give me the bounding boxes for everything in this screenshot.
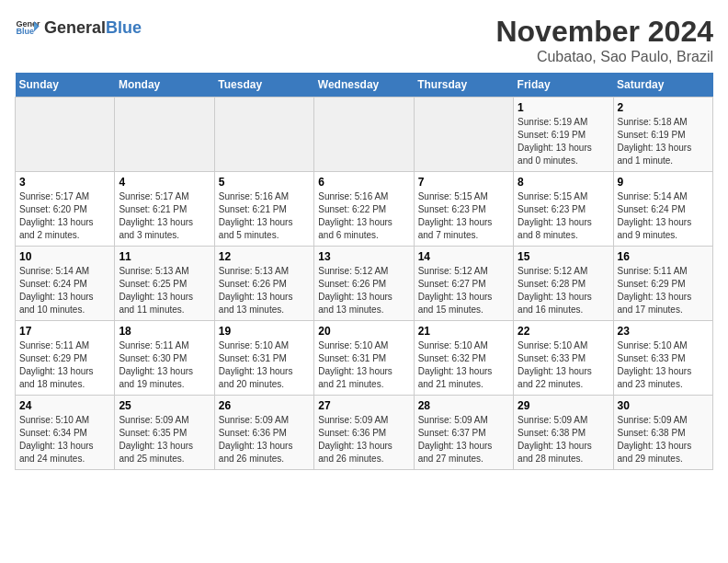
calendar-cell: 11Sunrise: 5:13 AM Sunset: 6:25 PM Dayli… <box>115 247 214 321</box>
calendar-cell: 13Sunrise: 5:12 AM Sunset: 6:26 PM Dayli… <box>314 247 414 321</box>
day-number: 13 <box>318 250 409 263</box>
day-info: Sunrise: 5:16 AM Sunset: 6:21 PM Dayligh… <box>219 190 310 242</box>
calendar-cell: 16Sunrise: 5:11 AM Sunset: 6:29 PM Dayli… <box>613 247 712 321</box>
calendar-cell: 12Sunrise: 5:13 AM Sunset: 6:26 PM Dayli… <box>214 247 313 321</box>
day-number: 5 <box>219 176 310 189</box>
logo-general: General <box>44 18 106 37</box>
day-info: Sunrise: 5:09 AM Sunset: 6:38 PM Dayligh… <box>518 414 609 465</box>
calendar-cell: 23Sunrise: 5:10 AM Sunset: 6:33 PM Dayli… <box>613 321 712 396</box>
day-info: Sunrise: 5:14 AM Sunset: 6:24 PM Dayligh… <box>19 265 110 316</box>
day-info: Sunrise: 5:09 AM Sunset: 6:35 PM Dayligh… <box>119 414 210 465</box>
day-number: 28 <box>418 399 509 412</box>
week-row-1: 3Sunrise: 5:17 AM Sunset: 6:20 PM Daylig… <box>16 172 713 247</box>
calendar-cell: 5Sunrise: 5:16 AM Sunset: 6:21 PM Daylig… <box>214 172 313 247</box>
day-number: 19 <box>219 325 310 338</box>
day-info: Sunrise: 5:12 AM Sunset: 6:28 PM Dayligh… <box>518 265 609 316</box>
day-info: Sunrise: 5:09 AM Sunset: 6:36 PM Dayligh… <box>318 414 409 465</box>
day-info: Sunrise: 5:15 AM Sunset: 6:23 PM Dayligh… <box>418 190 509 242</box>
day-number: 27 <box>318 399 409 412</box>
logo: General Blue GeneralBlue <box>15 15 142 40</box>
calendar-cell <box>16 98 115 172</box>
calendar-cell: 19Sunrise: 5:10 AM Sunset: 6:31 PM Dayli… <box>214 321 313 396</box>
location-title: Cubatao, Sao Paulo, Brazil <box>495 49 713 65</box>
day-number: 22 <box>518 325 609 338</box>
header: General Blue GeneralBlue November 2024 C… <box>15 15 713 65</box>
calendar-table: SundayMondayTuesdayWednesdayThursdayFrid… <box>15 73 713 470</box>
day-info: Sunrise: 5:09 AM Sunset: 6:37 PM Dayligh… <box>418 414 509 465</box>
day-number: 14 <box>418 250 509 263</box>
calendar-cell: 26Sunrise: 5:09 AM Sunset: 6:36 PM Dayli… <box>214 396 313 470</box>
calendar-cell: 22Sunrise: 5:10 AM Sunset: 6:33 PM Dayli… <box>514 321 613 396</box>
day-info: Sunrise: 5:16 AM Sunset: 6:22 PM Dayligh… <box>318 190 409 242</box>
week-row-2: 10Sunrise: 5:14 AM Sunset: 6:24 PM Dayli… <box>16 247 713 321</box>
day-info: Sunrise: 5:10 AM Sunset: 6:33 PM Dayligh… <box>518 339 609 391</box>
day-number: 26 <box>219 399 310 412</box>
calendar-cell: 4Sunrise: 5:17 AM Sunset: 6:21 PM Daylig… <box>115 172 214 247</box>
day-number: 23 <box>618 325 709 338</box>
day-number: 24 <box>19 399 110 412</box>
weekday-header-tuesday: Tuesday <box>214 73 313 98</box>
day-number: 2 <box>618 101 709 114</box>
weekday-header-wednesday: Wednesday <box>314 73 414 98</box>
day-number: 18 <box>119 325 210 338</box>
day-number: 1 <box>518 101 609 114</box>
calendar-cell: 25Sunrise: 5:09 AM Sunset: 6:35 PM Dayli… <box>115 396 214 470</box>
calendar-cell: 17Sunrise: 5:11 AM Sunset: 6:29 PM Dayli… <box>16 321 115 396</box>
calendar-cell: 1Sunrise: 5:19 AM Sunset: 6:19 PM Daylig… <box>514 98 613 172</box>
day-number: 6 <box>318 176 409 189</box>
weekday-header-sunday: Sunday <box>16 73 115 98</box>
day-info: Sunrise: 5:10 AM Sunset: 6:33 PM Dayligh… <box>618 339 709 391</box>
calendar-cell: 7Sunrise: 5:15 AM Sunset: 6:23 PM Daylig… <box>414 172 513 247</box>
calendar-body: 1Sunrise: 5:19 AM Sunset: 6:19 PM Daylig… <box>16 98 713 470</box>
day-number: 12 <box>219 250 310 263</box>
calendar-cell: 15Sunrise: 5:12 AM Sunset: 6:28 PM Dayli… <box>514 247 613 321</box>
calendar-cell: 29Sunrise: 5:09 AM Sunset: 6:38 PM Dayli… <box>514 396 613 470</box>
day-number: 8 <box>518 176 609 189</box>
day-number: 29 <box>518 399 609 412</box>
day-info: Sunrise: 5:12 AM Sunset: 6:26 PM Dayligh… <box>318 265 409 316</box>
calendar-cell: 6Sunrise: 5:16 AM Sunset: 6:22 PM Daylig… <box>314 172 414 247</box>
calendar-cell: 2Sunrise: 5:18 AM Sunset: 6:19 PM Daylig… <box>613 98 712 172</box>
weekday-header-saturday: Saturday <box>613 73 712 98</box>
day-info: Sunrise: 5:11 AM Sunset: 6:29 PM Dayligh… <box>19 339 110 391</box>
day-number: 15 <box>518 250 609 263</box>
logo-icon: General Blue <box>15 15 40 40</box>
day-info: Sunrise: 5:19 AM Sunset: 6:19 PM Dayligh… <box>518 116 609 167</box>
day-info: Sunrise: 5:10 AM Sunset: 6:31 PM Dayligh… <box>219 339 310 391</box>
day-info: Sunrise: 5:10 AM Sunset: 6:34 PM Dayligh… <box>19 414 110 465</box>
week-row-0: 1Sunrise: 5:19 AM Sunset: 6:19 PM Daylig… <box>16 98 713 172</box>
day-number: 9 <box>618 176 709 189</box>
calendar-cell <box>414 98 513 172</box>
calendar-cell <box>214 98 313 172</box>
calendar-cell: 18Sunrise: 5:11 AM Sunset: 6:30 PM Dayli… <box>115 321 214 396</box>
weekday-header-thursday: Thursday <box>414 73 513 98</box>
day-info: Sunrise: 5:14 AM Sunset: 6:24 PM Dayligh… <box>618 190 709 242</box>
day-info: Sunrise: 5:09 AM Sunset: 6:38 PM Dayligh… <box>618 414 709 465</box>
calendar-header: SundayMondayTuesdayWednesdayThursdayFrid… <box>16 73 713 98</box>
day-number: 16 <box>618 250 709 263</box>
day-info: Sunrise: 5:12 AM Sunset: 6:27 PM Dayligh… <box>418 265 509 316</box>
calendar-cell: 30Sunrise: 5:09 AM Sunset: 6:38 PM Dayli… <box>613 396 712 470</box>
calendar-cell: 24Sunrise: 5:10 AM Sunset: 6:34 PM Dayli… <box>16 396 115 470</box>
day-number: 25 <box>119 399 210 412</box>
day-number: 20 <box>318 325 409 338</box>
day-number: 17 <box>19 325 110 338</box>
calendar-cell: 20Sunrise: 5:10 AM Sunset: 6:31 PM Dayli… <box>314 321 414 396</box>
day-info: Sunrise: 5:15 AM Sunset: 6:23 PM Dayligh… <box>518 190 609 242</box>
day-info: Sunrise: 5:18 AM Sunset: 6:19 PM Dayligh… <box>618 116 709 167</box>
day-number: 3 <box>19 176 110 189</box>
day-info: Sunrise: 5:17 AM Sunset: 6:21 PM Dayligh… <box>119 190 210 242</box>
day-number: 11 <box>119 250 210 263</box>
day-info: Sunrise: 5:10 AM Sunset: 6:31 PM Dayligh… <box>318 339 409 391</box>
week-row-4: 24Sunrise: 5:10 AM Sunset: 6:34 PM Dayli… <box>16 396 713 470</box>
month-title: November 2024 <box>495 15 713 49</box>
weekday-header-monday: Monday <box>115 73 214 98</box>
day-info: Sunrise: 5:11 AM Sunset: 6:29 PM Dayligh… <box>618 265 709 316</box>
day-info: Sunrise: 5:13 AM Sunset: 6:26 PM Dayligh… <box>219 265 310 316</box>
calendar-cell: 3Sunrise: 5:17 AM Sunset: 6:20 PM Daylig… <box>16 172 115 247</box>
calendar-cell: 28Sunrise: 5:09 AM Sunset: 6:37 PM Dayli… <box>414 396 513 470</box>
weekday-header-friday: Friday <box>514 73 613 98</box>
title-area: November 2024 Cubatao, Sao Paulo, Brazil <box>495 15 713 65</box>
day-number: 30 <box>618 399 709 412</box>
day-number: 4 <box>119 176 210 189</box>
